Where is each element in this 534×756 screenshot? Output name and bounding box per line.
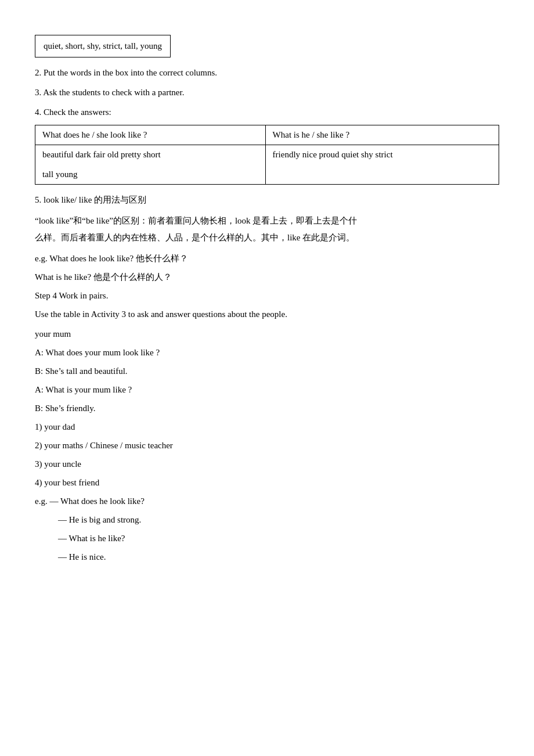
example-1: e.g. What does he look like? 他长什么样？ [35, 251, 499, 265]
table-col2-header: What is he / she like ? [265, 125, 499, 145]
dialog-b2: B: She’s friendly. [35, 401, 499, 415]
list-item-4: 4) your best friend [35, 476, 499, 489]
step4-heading: Step 4 Work in pairs. [35, 289, 499, 303]
dialog-b1: B: She’s tall and beautiful. [35, 364, 499, 378]
table-col2-words: friendly nice proud quiet shy strict [265, 145, 499, 185]
dialog-a2: A: What is your mum like ? [35, 383, 499, 397]
instruction-2: 2. Put the words in the box into the cor… [35, 66, 499, 80]
table-words-row: beautiful dark fair old pretty short tal… [35, 145, 499, 185]
instruction-4: 4. Check the answers: [35, 105, 499, 119]
step4-instruction: Use the table in Activity 3 to ask and a… [35, 307, 499, 321]
chinese-line2: 么样。而后者着重人的内在性格、人品，是个什么样的人。其中，like 在此是介词。 [35, 233, 355, 242]
your-mum: your mum [35, 327, 499, 341]
eg-answer-2: — What is he like? [58, 531, 499, 545]
eg-answer-3: — He is nice. [58, 550, 499, 564]
list-item-2: 2) your maths / Chinese / music teacher [35, 438, 499, 452]
instruction-3: 3. Ask the students to check with a part… [35, 85, 499, 99]
eg-question: e.g. — What does he look like? [35, 494, 499, 508]
example-2: What is he like? 他是个什么样的人？ [35, 270, 499, 284]
table-col1-words: beautiful dark fair old pretty short tal… [35, 145, 266, 185]
eg-answer-1: — He is big and strong. [58, 513, 499, 527]
dialog-a1: A: What does your mum look like ? [35, 345, 499, 359]
list-item-3: 3) your uncle [35, 457, 499, 471]
list-item-1: 1) your dad [35, 420, 499, 434]
chinese-line1: “look like”和“be like”的区别：前者着重问人物长相，look … [35, 216, 357, 225]
section5-title: 5. look like/ like 的用法与区别 [35, 193, 499, 207]
word-box: quiet, short, shy, strict, tall, young [35, 35, 171, 57]
table-col1-header: What does he / she look like ? [35, 125, 266, 145]
table-header-row: What does he / she look like ? What is h… [35, 125, 499, 145]
chinese-explanation: “look like”和“be like”的区别：前者着重问人物长相，look … [35, 213, 499, 246]
word-box-content: quiet, short, shy, strict, tall, young [44, 41, 162, 51]
answer-table: What does he / she look like ? What is h… [35, 125, 499, 185]
